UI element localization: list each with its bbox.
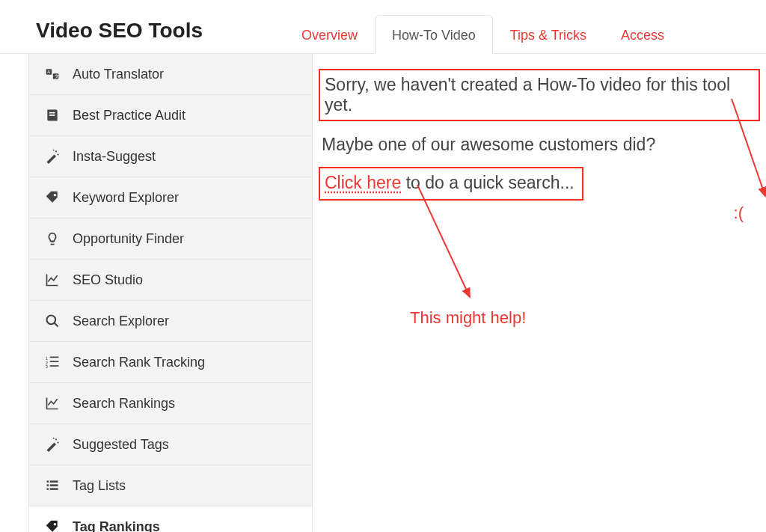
svg-rect-17	[50, 365, 59, 367]
sidebar-item-label: Search Explorer	[73, 314, 169, 329]
click-here-link[interactable]: Click here	[325, 173, 401, 192]
sidebar-item-seo-studio[interactable]: SEO Studio	[29, 260, 312, 301]
svg-text:文: 文	[55, 73, 59, 79]
svg-text:A: A	[47, 70, 50, 74]
line-chart-icon	[44, 272, 61, 288]
sidebar-item-label: Search Rank Tracking	[73, 355, 205, 370]
svg-rect-23	[47, 488, 49, 490]
sidebar-item-opportunity-finder[interactable]: Opportunity Finder	[29, 218, 312, 260]
search-icon	[44, 313, 61, 329]
svg-rect-15	[50, 357, 59, 358]
svg-point-7	[57, 153, 58, 155]
svg-point-10	[47, 316, 56, 325]
lightbulb-icon	[44, 230, 61, 247]
sidebar-item-label: Opportunity Finder	[73, 231, 184, 247]
svg-rect-22	[47, 484, 49, 486]
book-icon	[44, 107, 61, 123]
sidebar-item-insta-suggest[interactable]: Insta-Suggest	[29, 136, 312, 177]
topbar: Video SEO Tools OverviewHow-To VideoTips…	[0, 0, 766, 54]
svg-rect-4	[49, 112, 55, 114]
sidebar-item-label: Tag Lists	[73, 478, 126, 494]
sidebar-item-search-rank-tracking[interactable]: 123Search Rank Tracking	[29, 342, 312, 383]
magic-wand-icon	[44, 148, 61, 165]
tab-overview[interactable]: Overview	[284, 15, 375, 54]
svg-line-11	[55, 323, 58, 327]
customer-suggestion: Maybe one of our awesome customers did?	[319, 135, 760, 155]
help-annotation: This might help!	[410, 308, 526, 328]
tab-tips-tricks[interactable]: Tips & Tricks	[493, 15, 604, 54]
ordered-list-icon: 123	[44, 354, 61, 370]
sidebar: A文Auto TranslatorBest Practice AuditInst…	[28, 54, 313, 532]
sidebar-item-tag-rankings[interactable]: Tag Rankings	[29, 507, 312, 532]
line-chart-icon	[44, 395, 61, 412]
svg-point-20	[53, 438, 55, 439]
page-title: Video SEO Tools	[0, 19, 284, 53]
svg-rect-21	[47, 480, 49, 483]
svg-point-8	[53, 150, 55, 151]
svg-rect-25	[50, 484, 58, 486]
svg-line-29	[417, 185, 470, 297]
svg-rect-5	[49, 114, 55, 116]
svg-rect-16	[50, 361, 59, 362]
sidebar-item-label: Search Rankings	[73, 396, 175, 412]
sidebar-item-label: Keyword Explorer	[73, 190, 179, 206]
no-video-message: Sorry, we haven't created a How-To video…	[319, 69, 760, 121]
tab-how-to-video[interactable]: How-To Video	[375, 15, 493, 54]
sidebar-item-auto-translator[interactable]: A文Auto Translator	[29, 54, 312, 95]
tabs: OverviewHow-To VideoTips & TricksAccess	[284, 15, 681, 54]
svg-point-9	[54, 194, 56, 196]
sidebar-item-label: Best Practice Audit	[73, 108, 186, 123]
sidebar-item-search-explorer[interactable]: Search Explorer	[29, 301, 312, 342]
sidebar-item-label: SEO Studio	[73, 272, 143, 288]
magic-wand-icon	[44, 436, 61, 453]
svg-rect-24	[50, 480, 58, 483]
search-suggestion-rest: to do a quick search...	[401, 173, 574, 192]
sidebar-item-keyword-explorer[interactable]: Keyword Explorer	[29, 177, 312, 218]
sidebar-item-label: Tag Rankings	[73, 519, 160, 533]
sidebar-item-label: Auto Translator	[73, 67, 164, 82]
arrow-to-help-text	[410, 185, 485, 312]
sidebar-item-search-rankings[interactable]: Search Rankings	[29, 383, 312, 424]
search-suggestion: Click here to do a quick search...	[319, 167, 583, 201]
svg-point-27	[54, 523, 56, 525]
sidebar-item-tag-lists[interactable]: Tag Lists	[29, 465, 312, 507]
translate-icon: A文	[44, 66, 61, 82]
tab-access[interactable]: Access	[604, 15, 681, 54]
tag-icon	[44, 189, 61, 206]
content-panel: Sorry, we haven't created a How-To video…	[313, 54, 766, 532]
sidebar-item-label: Insta-Suggest	[73, 149, 156, 165]
svg-point-18	[55, 438, 57, 440]
tag-icon	[44, 519, 61, 532]
svg-rect-26	[50, 488, 58, 490]
svg-text:3: 3	[46, 364, 48, 369]
svg-point-19	[57, 441, 58, 443]
svg-point-6	[55, 150, 57, 152]
sidebar-item-suggested-tags[interactable]: Suggested Tags	[29, 424, 312, 465]
sidebar-item-label: Suggested Tags	[73, 437, 169, 453]
list-icon	[44, 477, 61, 494]
sad-face-annotation: :(	[734, 204, 744, 223]
sidebar-item-best-practice-audit[interactable]: Best Practice Audit	[29, 95, 312, 136]
